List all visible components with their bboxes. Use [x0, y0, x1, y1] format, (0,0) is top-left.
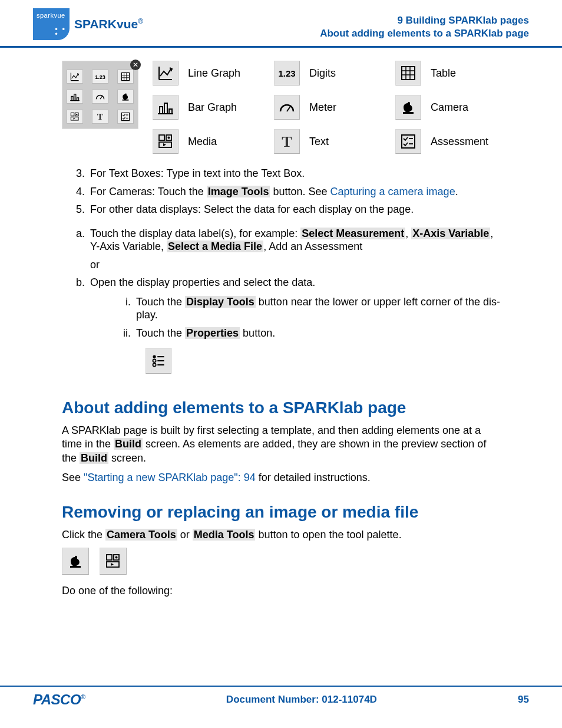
logo-dots: • ••: [55, 27, 66, 37]
about-p2: See "Starting a new SPARKlab page": 94 f…: [62, 471, 500, 485]
assessment-item: Assess­ment: [395, 129, 500, 154]
bar-graph-icon[interactable]: [153, 95, 178, 120]
table-label: Table: [431, 67, 456, 80]
assessment-label: Assess­ment: [431, 136, 488, 148]
close-icon[interactable]: ✕: [130, 60, 141, 70]
step-5: For other data displays: Select the data…: [88, 203, 500, 216]
properties-icon: [146, 348, 171, 374]
line-graph-label: Line Graph: [188, 67, 240, 80]
heading-about-adding: About adding elements to a SPARKlab page: [62, 397, 500, 418]
footer-page-number: 95: [518, 694, 529, 706]
tool-legend: Line GraphDigitsTableBar GraphMeterCamer…: [153, 61, 500, 154]
page-footer: PASCO® Document Number: 012-11074D 95: [0, 686, 562, 708]
bar-graph-label: Bar Graph: [188, 101, 237, 114]
step-3: For Text Boxes: Type in text into the Te…: [88, 167, 500, 180]
palette-meter-icon[interactable]: [92, 90, 108, 104]
app-logo: sparkvue • ••: [33, 8, 70, 40]
meter-label: Meter: [309, 101, 336, 114]
table-icon[interactable]: [395, 61, 421, 85]
media-item: Media: [153, 129, 257, 154]
camera-tools-icon[interactable]: [62, 548, 89, 575]
digits-item: Digits: [274, 61, 379, 85]
link-starting-sparklab[interactable]: "Starting a new SPARKlab page": 94: [84, 472, 256, 483]
palette-table-icon[interactable]: [117, 70, 134, 84]
page-header: sparkvue • •• SPARKvue® 9 Building SPARK…: [0, 0, 562, 48]
logo-text: sparkvue: [37, 12, 66, 19]
link-capturing-camera-image[interactable]: Capturing a camera image: [330, 186, 455, 197]
step-a: Touch the display data label(s), for exa…: [88, 227, 500, 272]
line-graph-icon[interactable]: [153, 61, 178, 85]
step-4: For Cameras: Touch the Image Tools butto…: [88, 185, 500, 199]
footer-docnum: Document Number: 012-11074D: [226, 694, 377, 706]
step-b-i: Touch the Display Tools button near the …: [134, 295, 500, 322]
footer-brand: PASCO®: [33, 691, 85, 708]
header-chapter: 9 Building SPARKlab pages: [320, 14, 529, 27]
media-icon[interactable]: [153, 129, 178, 154]
palette-digits-icon[interactable]: [92, 70, 108, 84]
media-tools-icon[interactable]: [100, 548, 127, 575]
text-item: Text: [274, 129, 379, 154]
meter-icon[interactable]: [274, 95, 300, 120]
camera-icon[interactable]: [395, 95, 421, 120]
step-b-ii: Touch the Properties button.: [134, 327, 500, 340]
table-item: Table: [395, 61, 500, 85]
palette-text-icon[interactable]: [92, 110, 108, 124]
digits-icon[interactable]: [274, 61, 300, 85]
camera-item: Camera: [395, 95, 500, 120]
heading-removing-replacing: Removing or replacing an image or media …: [62, 502, 500, 522]
camera-label: Camera: [431, 101, 468, 114]
header-section: About adding elements to a SPARKlab page: [320, 27, 529, 40]
palette-media-icon[interactable]: [67, 110, 83, 124]
text-icon[interactable]: [274, 129, 300, 154]
media-label: Media: [188, 136, 217, 148]
assessment-icon[interactable]: [395, 129, 421, 154]
text-label: Text: [309, 136, 329, 148]
about-p1: A SPARKlab page is built by first select…: [62, 424, 500, 465]
bar-graph-item: Bar Graph: [153, 95, 257, 120]
tool-palette: ✕: [62, 61, 138, 129]
meter-item: Meter: [274, 95, 379, 120]
remove-p2: Do one of the following:: [62, 584, 500, 598]
line-graph-item: Line Graph: [153, 61, 257, 85]
image-tools-label: Image Tools: [207, 186, 270, 197]
product-name: SPARKvue®: [74, 17, 143, 31]
palette-line-icon[interactable]: [67, 70, 83, 84]
palette-assess-icon[interactable]: [117, 110, 134, 124]
palette-camera-icon[interactable]: [117, 90, 134, 104]
or-text: or: [90, 258, 500, 272]
digits-label: Digits: [309, 67, 336, 80]
remove-p1: Click the Camera Tools or Media Tools bu…: [62, 528, 500, 542]
step-b: Open the display properties and select t…: [88, 276, 500, 381]
palette-bar-icon[interactable]: [67, 90, 83, 104]
